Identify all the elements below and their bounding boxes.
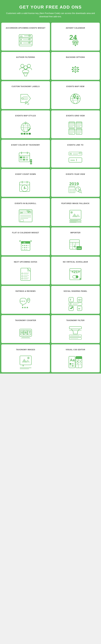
card-taxonomy-images[interactable]: TAXONOMY IMAGES: [1, 344, 50, 372]
svg-point-155: [26, 249, 27, 250]
card-event-color-by-taxonomy[interactable]: EVENT COLOR BY TAXONOMY: [1, 140, 50, 168]
card-taxonomy-counter[interactable]: TAXONOMY COUNTER 0 6 7: [1, 315, 50, 343]
svg-point-185: [28, 299, 29, 300]
svg-rect-34: [75, 72, 76, 73]
card-icon-taxonomy-filter: [68, 325, 83, 341]
svg-point-151: [26, 247, 27, 248]
svg-marker-210: [71, 329, 80, 334]
card-icon-no-scrollbar: <21>: [68, 266, 83, 282]
card-events-map-styles[interactable]: EVENTS MAP STYLES: [1, 110, 50, 138]
card-label-taxonomy-labels: CUSTOM TAXONOMY LABELS: [12, 84, 40, 89]
card-icon-ratings: ★★★ ★★★: [18, 296, 33, 312]
card-custom-taxonomy-labels[interactable]: CUSTOM TAXONOMY LABELS: [1, 81, 50, 109]
svg-text:25: 25: [20, 42, 22, 44]
card-icon-taxonomy-labels: [18, 91, 33, 107]
svg-text:24: 24: [20, 212, 23, 214]
card-taxonomy-filter[interactable]: TAXONOMY FILTER: [51, 315, 100, 343]
card-label-accordion: ACCORDION UPCOMING EVENTS WIDGET: [6, 26, 46, 30]
card-accordion-upcoming-events-widget[interactable]: ACCORDION UPCOMING EVENTS WIDGET 21 24 2…: [1, 23, 50, 50]
svg-text:7: 7: [28, 331, 30, 334]
svg-rect-85: [23, 156, 25, 158]
svg-text:2019: 2019: [69, 181, 79, 186]
card-icon-event-countdown: 3: [18, 178, 33, 194]
svg-marker-134: [76, 214, 80, 217]
svg-point-148: [28, 245, 29, 246]
card-icon-events-map-view: [68, 91, 83, 107]
svg-rect-187: [69, 297, 74, 302]
card-events-year-view[interactable]: EVENTS YEAR VIEW 2019: [51, 169, 100, 197]
card-icon-featured-image: [68, 208, 83, 224]
card-icon-social-sharing: f G+ 25 in: [68, 296, 83, 312]
svg-point-26: [21, 64, 24, 68]
card-featured-image-fallback[interactable]: FEATURED IMAGE FALLBACK: [51, 198, 100, 226]
card-icon-backend: [68, 62, 83, 78]
svg-text:<: <: [19, 239, 21, 243]
header-description: Customers with a valid license key (Item…: [3, 12, 98, 18]
svg-point-27: [27, 64, 30, 68]
card-label-featured-image: FEATURED IMAGE FALLBACK: [61, 201, 90, 206]
card-label-taxonomy-counter: TAXONOMY COUNTER: [15, 318, 36, 323]
card-no-vertical-scrollbar[interactable]: NO VIRTICAL SCROLLBAR <21>: [51, 256, 100, 284]
card-author-filtering[interactable]: AUTHOR FILTERING: [1, 52, 50, 80]
card-events-link-to[interactable]: EVENTS LINK TO 21 www.: [51, 140, 100, 168]
svg-point-146: [24, 245, 25, 246]
svg-text:24: 24: [20, 38, 22, 40]
svg-line-121: [81, 192, 82, 193]
svg-rect-88: [23, 159, 25, 160]
card-events-in-blogroll[interactable]: EVENTS IN BLOGROLL 24: [1, 198, 50, 226]
svg-rect-92: [30, 163, 32, 164]
card-label-events-map-styles: EVENTS MAP STYLES: [15, 113, 36, 118]
card-label-importer: IMPORTER: [70, 230, 80, 235]
svg-text:21: 21: [24, 242, 26, 244]
svg-rect-143: [21, 241, 30, 244]
svg-text:www.: www.: [70, 159, 75, 161]
card-visual-css-editor[interactable]: VISUAL CSS EDITOR Aa: [51, 344, 100, 372]
svg-point-170: [22, 276, 23, 277]
card-ratings-reviews[interactable]: RATINGS & REVIEWS ★★★ ★★★: [1, 286, 50, 314]
card-icon-author: [18, 62, 33, 78]
card-label-visual-css: VISUAL CSS EDITOR: [66, 347, 85, 352]
card-events-map-view[interactable]: EVENTS MAP VIEW: [51, 81, 100, 109]
card-icon-taxonomy-counter: 0 6 7: [18, 325, 33, 341]
card-label-author: AUTHOR FILTERING: [16, 55, 35, 60]
card-icon-next-upcoming: [18, 266, 33, 282]
svg-point-173: [22, 278, 23, 279]
card-label-ratings: RATINGS & REVIEWS: [16, 289, 36, 294]
svg-rect-91: [30, 161, 32, 162]
svg-rect-84: [20, 156, 22, 158]
card-label-events-grid-view: EVENTS GRID VIEW: [66, 113, 85, 118]
card-event-count-down[interactable]: EVENT COUNT DOWN 3: [1, 169, 50, 197]
svg-point-235: [77, 361, 78, 362]
svg-rect-216: [20, 356, 31, 365]
svg-point-51: [77, 97, 78, 98]
svg-text:21: 21: [20, 35, 22, 38]
card-icon-events-link-to: 21 www.: [68, 149, 83, 165]
svg-point-150: [24, 247, 25, 248]
svg-rect-87: [20, 159, 22, 160]
card-events-grid-view[interactable]: EVENTS GRID VIEW: [51, 110, 100, 138]
svg-text:21: 21: [70, 152, 72, 155]
card-flat-ui-calendar-widget[interactable]: FLAT UI CALENDAR WIDGET < > 21: [1, 227, 50, 255]
svg-rect-86: [26, 156, 28, 158]
card-importer[interactable]: IMPORTER .csv: [51, 227, 100, 255]
svg-point-28: [24, 66, 28, 69]
svg-rect-42: [25, 101, 29, 105]
svg-point-180: [76, 276, 78, 278]
card-next-upcoming-dates[interactable]: NEXT UPCOMING DATES: [1, 256, 50, 284]
svg-rect-24: [75, 45, 76, 46]
svg-point-219: [27, 357, 30, 359]
svg-point-167: [22, 273, 23, 274]
header: GET YOUR FREE ADD ONS Customers with a v…: [0, 0, 101, 21]
card-label-events-year-view: EVENTS YEAR VIEW: [66, 172, 85, 176]
svg-text:>: >: [30, 239, 32, 243]
svg-point-237: [80, 361, 81, 362]
svg-rect-226: [72, 363, 74, 364]
card-icon-events-blogroll: 24: [18, 208, 33, 224]
svg-rect-33: [75, 66, 76, 68]
card-backend-options[interactable]: BACKEND OPTIONS: [51, 52, 100, 80]
card-icon-events-year-view: 2019: [68, 178, 83, 194]
card-social-sharing-panel[interactable]: SOCIAL SHARING PANEL f G+ 25 i: [51, 286, 100, 314]
card-advent-calendar[interactable]: ADVENT CALENDAR 24: [51, 23, 100, 50]
svg-text:6: 6: [25, 331, 26, 334]
card-label-events-link-to: EVENTS LINK TO: [67, 142, 84, 147]
